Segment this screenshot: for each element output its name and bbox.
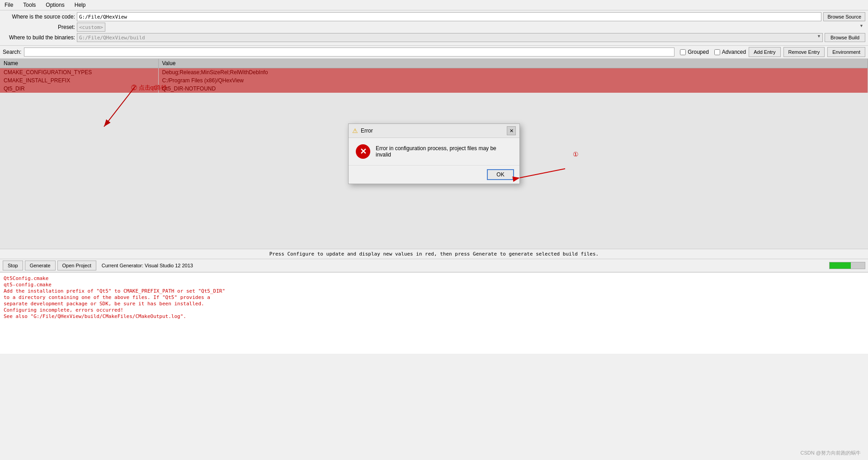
generator-text: Current Generator: Visual Studio 12 2013 — [102, 263, 193, 268]
source-input[interactable] — [77, 12, 821, 21]
grouped-label: Grouped — [688, 49, 709, 55]
log-area: Qt5Config.cmakeqt5-config.cmakeAdd the i… — [0, 272, 868, 354]
menubar: File Tools Options Help — [0, 0, 868, 10]
open-project-button[interactable]: Open Project — [57, 261, 96, 270]
menu-tools[interactable]: Tools — [20, 1, 38, 9]
menu-file[interactable]: File — [2, 1, 16, 9]
search-label: Search: — [3, 49, 21, 55]
add-entry-button[interactable]: Add Entry — [749, 47, 780, 57]
log-line: Add the installation prefix of "Qt5" to … — [4, 288, 864, 294]
menu-help[interactable]: Help — [72, 1, 89, 9]
grouped-checkbox[interactable] — [680, 49, 686, 55]
dialog-title-text: Error — [361, 128, 373, 134]
svg-line-3 — [520, 169, 565, 178]
log-line: qt5-config.cmake — [4, 282, 864, 288]
dialog-close-button[interactable]: ✕ — [507, 126, 516, 135]
dialog-footer: OK — [349, 165, 519, 184]
source-row: Where is the source code: Browse Source — [3, 12, 865, 21]
stop-button[interactable]: Stop — [3, 261, 23, 270]
generate-button[interactable]: Generate — [25, 261, 56, 270]
log-line: Configuring incomplete, errors occurred! — [4, 307, 864, 313]
main-area: Name Value CMAKE_CONFIGURATION_TYPESDebu… — [0, 59, 868, 249]
dialog-ok-button[interactable]: OK — [487, 169, 514, 180]
browse-build-button[interactable]: Browse Build — [825, 33, 865, 42]
preset-row: Preset: <custom> — [3, 23, 865, 32]
log-line: separate development package or SDK, be … — [4, 301, 864, 307]
search-input[interactable] — [24, 47, 675, 57]
binaries-row: Where to build the binaries: G:/File/QHe… — [3, 33, 865, 42]
top-form: Where is the source code: Browse Source … — [0, 10, 868, 46]
dialog-body: ✕ Error in configuration process, projec… — [349, 138, 519, 165]
environment-button[interactable]: Environment — [827, 47, 865, 57]
dialog-titlebar: ⚠ Error ✕ — [349, 124, 519, 138]
remove-entry-button[interactable]: Remove Entry — [783, 47, 825, 57]
binaries-select[interactable]: G:/File/QHexView/build — [77, 33, 823, 42]
grouped-checkbox-group: Grouped — [680, 49, 709, 55]
preset-select-wrapper: <custom> — [77, 23, 865, 32]
status-text: Press Configure to update and display ne… — [269, 251, 599, 257]
browse-source-button[interactable]: Browse Source — [823, 12, 865, 21]
annotation-text-1: ① — [573, 151, 579, 158]
watermark: CSDN @努力向前跑的蜗牛 — [801, 450, 861, 456]
error-dialog-overlay: ⚠ Error ✕ ✕ Error in configuration proce… — [0, 59, 868, 249]
error-dialog-container: ⚠ Error ✕ ✕ Error in configuration proce… — [348, 123, 520, 184]
preset-select[interactable]: <custom> — [77, 23, 105, 32]
error-icon: ✕ — [356, 144, 370, 159]
progress-bar — [829, 262, 865, 269]
error-dialog: ⚠ Error ✕ ✕ Error in configuration proce… — [348, 123, 520, 184]
dialog-title-left: ⚠ Error — [352, 127, 373, 134]
status-bar: Press Configure to update and display ne… — [0, 249, 868, 259]
preset-label: Preset: — [3, 24, 75, 30]
dialog-message: Error in configuration process, project … — [376, 145, 512, 158]
log-line: to a directory containing one of the abo… — [4, 294, 864, 300]
search-row: Search: Grouped Advanced Add Entry Remov… — [0, 46, 868, 59]
binaries-label: Where to build the binaries: — [3, 34, 75, 41]
log-line: See also "G:/File/QHexView/build/CMakeFi… — [4, 313, 864, 319]
log-line: Qt5Config.cmake — [4, 275, 864, 281]
advanced-checkbox[interactable] — [714, 49, 720, 55]
advanced-checkbox-group: Advanced — [714, 49, 746, 55]
bottom-toolbar: Stop Generate Open Project Current Gener… — [0, 259, 868, 272]
advanced-label: Advanced — [722, 49, 746, 55]
dialog-warning-icon: ⚠ — [352, 127, 358, 134]
source-label: Where is the source code: — [3, 14, 75, 20]
menu-options[interactable]: Options — [43, 1, 67, 9]
binaries-select-wrapper: G:/File/QHexView/build — [77, 33, 823, 42]
progress-bar-fill — [830, 262, 851, 269]
